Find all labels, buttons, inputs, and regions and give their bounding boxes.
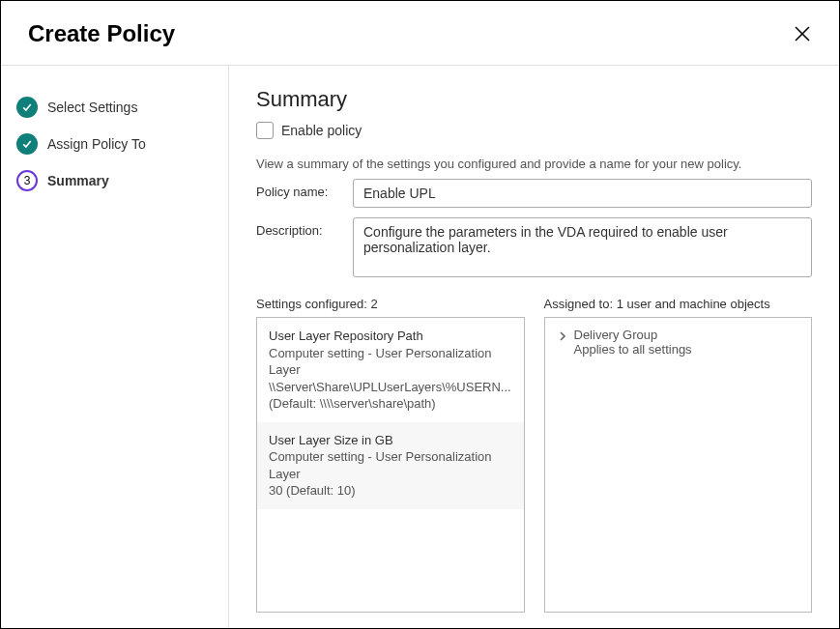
enable-policy-checkbox[interactable]	[256, 122, 274, 139]
main-panel: Summary Enable policy View a summary of …	[229, 66, 839, 628]
step-label: Assign Policy To	[47, 136, 146, 152]
setting-title: User Layer Repository Path	[269, 328, 512, 345]
description-label: Description:	[256, 217, 341, 238]
assigned-item-subtitle: Applies to all settings	[574, 342, 692, 357]
description-input[interactable]: Configure the parameters in the VDA requ…	[353, 217, 812, 277]
settings-configured-header: Settings configured: 2	[256, 297, 525, 311]
assigned-item-text: Delivery Group Applies to all settings	[574, 328, 692, 357]
enable-policy-label: Enable policy	[281, 123, 362, 138]
check-icon	[16, 97, 38, 118]
description-row: Description: Configure the parameters in…	[256, 217, 812, 277]
step-number-icon: 3	[16, 170, 38, 191]
setting-category: Computer setting - User Personalization …	[269, 448, 512, 482]
setting-value: \\Server\Share\UPLUserLayers\%USERN...	[269, 379, 512, 396]
setting-value: 30 (Default: 10)	[269, 482, 512, 500]
summary-columns: Settings configured: 2 User Layer Reposi…	[256, 297, 812, 613]
assigned-list[interactable]: Delivery Group Applies to all settings	[544, 317, 813, 613]
page-heading: Summary	[256, 87, 812, 112]
policy-name-row: Policy name:	[256, 179, 812, 208]
enable-policy-row: Enable policy	[256, 122, 812, 139]
assigned-item[interactable]: Delivery Group Applies to all settings	[545, 318, 812, 366]
settings-column: Settings configured: 2 User Layer Reposi…	[256, 297, 525, 613]
step-sidebar: Select Settings Assign Policy To 3 Summa…	[1, 66, 229, 628]
titlebar: Create Policy	[1, 1, 839, 66]
policy-name-input[interactable]	[353, 179, 812, 208]
step-label: Summary	[47, 173, 109, 188]
step-select-settings[interactable]: Select Settings	[16, 89, 213, 126]
helper-text: View a summary of the settings you confi…	[256, 157, 812, 171]
setting-item[interactable]: User Layer Size in GB Computer setting -…	[257, 422, 524, 509]
dialog-body: Select Settings Assign Policy To 3 Summa…	[1, 66, 839, 628]
check-icon	[16, 133, 38, 155]
setting-category: Computer setting - User Personalization …	[269, 345, 512, 379]
step-label: Select Settings	[47, 100, 137, 115]
assigned-item-title: Delivery Group	[574, 328, 692, 342]
close-button[interactable]	[793, 24, 812, 43]
dialog-title: Create Policy	[28, 20, 175, 47]
step-number: 3	[24, 174, 31, 187]
chevron-right-icon	[557, 330, 568, 342]
assigned-to-header: Assigned to: 1 user and machine objects	[544, 297, 813, 311]
policy-name-label: Policy name:	[256, 179, 341, 199]
step-summary[interactable]: 3 Summary	[16, 162, 213, 199]
settings-list[interactable]: User Layer Repository Path Computer sett…	[256, 317, 525, 613]
step-assign-policy-to[interactable]: Assign Policy To	[16, 126, 213, 162]
setting-title: User Layer Size in GB	[269, 432, 512, 449]
setting-item[interactable]: User Layer Repository Path Computer sett…	[257, 318, 524, 422]
create-policy-dialog: Create Policy Select Settings Assign Pol…	[0, 0, 840, 629]
assigned-column: Assigned to: 1 user and machine objects …	[544, 297, 813, 613]
close-icon	[793, 24, 812, 43]
setting-default: (Default: \\\\server\share\path)	[269, 395, 512, 413]
